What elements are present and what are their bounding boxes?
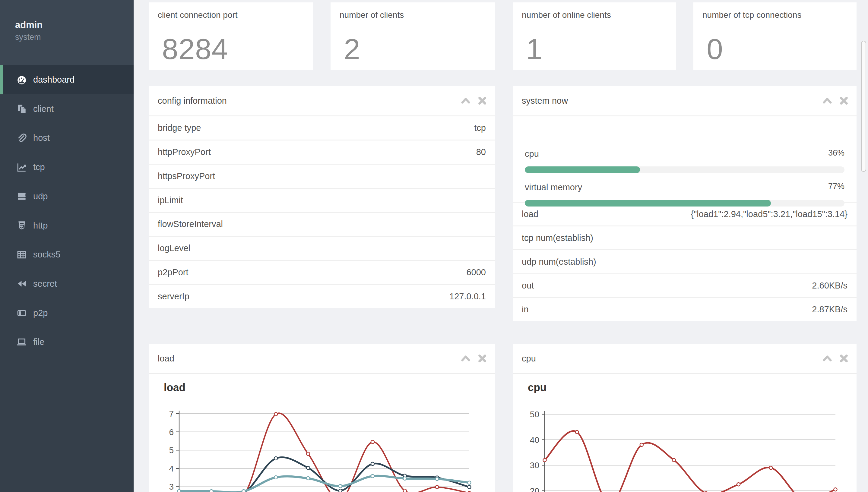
server-icon	[16, 191, 27, 202]
panel-title: load	[158, 344, 174, 373]
row-label: serverIp	[158, 292, 189, 301]
cpu-gauge-track	[525, 166, 844, 173]
svg-text:3: 3	[169, 482, 174, 491]
sidebar-item-tcp[interactable]: tcp	[0, 152, 134, 182]
config-row: logLevel	[149, 237, 495, 261]
panel-title: cpu	[522, 344, 536, 373]
sidebar-item-socks5[interactable]: socks5	[0, 240, 134, 269]
html5-icon	[16, 220, 27, 231]
svg-text:5: 5	[169, 446, 174, 455]
panel-tools	[822, 86, 848, 116]
memory-gauge-percent: 77%	[828, 182, 844, 191]
table-icon	[16, 249, 27, 260]
stat-card-title: number of clients	[331, 2, 495, 28]
row-label: ipLimit	[158, 195, 183, 205]
row-value: 80	[476, 147, 486, 157]
collapse-icon[interactable]	[822, 354, 833, 362]
sidebar-item-label: http	[33, 221, 48, 230]
stat-card-value: 2	[331, 28, 495, 70]
clone-icon	[16, 308, 27, 318]
sidebar-item-http[interactable]: http	[0, 211, 134, 240]
panel-header: system now	[513, 86, 857, 116]
vertical-scrollbar-thumb[interactable]	[861, 41, 866, 172]
row-label: bridge type	[158, 123, 201, 133]
row-label: in	[522, 304, 529, 315]
config-rows: bridge type tcp httpProxyPort 80 httpsPr…	[149, 116, 495, 308]
stat-card-title: client connection port	[149, 2, 313, 28]
svg-text:50: 50	[530, 410, 539, 419]
config-row: httpProxyPort 80	[149, 141, 495, 165]
cpu-gauge-label: cpu	[525, 149, 539, 159]
sidebar-item-label: client	[33, 104, 54, 114]
config-row: bridge type tcp	[149, 116, 495, 141]
active-accent-bar	[0, 65, 3, 94]
row-value: 2.60KB/s	[812, 281, 847, 291]
sidebar-item-label: file	[33, 337, 44, 347]
panel-tools	[461, 86, 486, 116]
load-chart: 76543	[149, 404, 495, 492]
svg-text:7: 7	[169, 409, 174, 418]
stat-card-title: number of online clients	[513, 2, 676, 28]
svg-text:4: 4	[169, 464, 174, 473]
row-label: logLevel	[158, 243, 190, 253]
close-icon[interactable]	[478, 96, 486, 105]
config-row: flowStoreInterval	[149, 213, 495, 237]
system-now-panel: system now cpu 36% virtual memory 77% lo…	[513, 86, 857, 321]
panel-tools	[461, 344, 486, 373]
row-label: flowStoreInterval	[158, 219, 223, 229]
stat-card-title: number of tcp connections	[693, 2, 857, 28]
row-label: httpProxyPort	[158, 147, 211, 157]
user-name: admin	[15, 19, 134, 31]
config-row: serverIp 127.0.0.1	[149, 285, 495, 308]
cpu-chart-title: cpu	[528, 382, 547, 393]
row-value: {"load1":2.94,"load5":3.21,"load15":3.14…	[691, 209, 847, 219]
system-row: udp num(establish)	[513, 250, 857, 274]
stat-card: number of tcp connections 0	[693, 2, 857, 70]
sidebar-item-file[interactable]: file	[0, 327, 134, 356]
row-label: udp num(establish)	[522, 257, 596, 267]
close-icon[interactable]	[840, 354, 848, 363]
backward-icon	[16, 278, 27, 289]
config-row: p2pPort 6000	[149, 261, 495, 285]
dashboard-icon	[16, 74, 27, 85]
system-gauges: cpu 36% virtual memory 77%	[513, 116, 857, 203]
row-value: 2.87KB/s	[812, 304, 847, 315]
stat-card: number of clients 2	[331, 2, 495, 70]
config-information-panel: config information bridge type tcp httpP…	[149, 86, 495, 308]
sidebar-item-udp[interactable]: udp	[0, 182, 134, 211]
sidebar-item-dashboard[interactable]: dashboard	[0, 65, 134, 94]
close-icon[interactable]	[840, 96, 848, 105]
memory-gauge-label: virtual memory	[525, 182, 582, 192]
load-chart-title: load	[164, 382, 186, 393]
row-label: httpsProxyPort	[158, 171, 215, 181]
cpu-gauge-percent: 36%	[828, 148, 844, 158]
row-label: load	[522, 209, 538, 219]
cpu-gauge-fill	[525, 166, 640, 173]
row-label: tcp num(establish)	[522, 233, 593, 243]
sidebar-item-client[interactable]: client	[0, 94, 134, 124]
sidebar-item-label: tcp	[33, 162, 45, 172]
sidebar-item-p2p[interactable]: p2p	[0, 298, 134, 328]
collapse-icon[interactable]	[461, 354, 471, 362]
panel-title: config information	[158, 86, 227, 116]
svg-text:6: 6	[169, 427, 174, 437]
panel-title: system now	[522, 86, 568, 116]
sidebar-item-label: secret	[33, 279, 57, 289]
config-row: ipLimit	[149, 189, 495, 213]
dashboard-page: admin system dashboard client host tcp u…	[0, 0, 868, 492]
system-rows: load {"load1":2.94,"load5":3.21,"load15"…	[513, 203, 857, 321]
close-icon[interactable]	[478, 354, 486, 363]
stat-card: number of online clients 1	[513, 2, 676, 70]
svg-text:40: 40	[530, 435, 539, 445]
stat-card: client connection port 8284	[149, 2, 313, 70]
panel-header: config information	[149, 86, 495, 116]
collapse-icon[interactable]	[822, 97, 833, 105]
sidebar-item-label: udp	[33, 192, 48, 201]
sidebar-item-host[interactable]: host	[0, 123, 134, 152]
stat-card-value: 8284	[149, 28, 313, 70]
copy-icon	[16, 103, 27, 114]
collapse-icon[interactable]	[461, 97, 471, 105]
panel-header: load	[149, 344, 495, 374]
user-role: system	[15, 31, 134, 43]
sidebar-item-secret[interactable]: secret	[0, 269, 134, 298]
